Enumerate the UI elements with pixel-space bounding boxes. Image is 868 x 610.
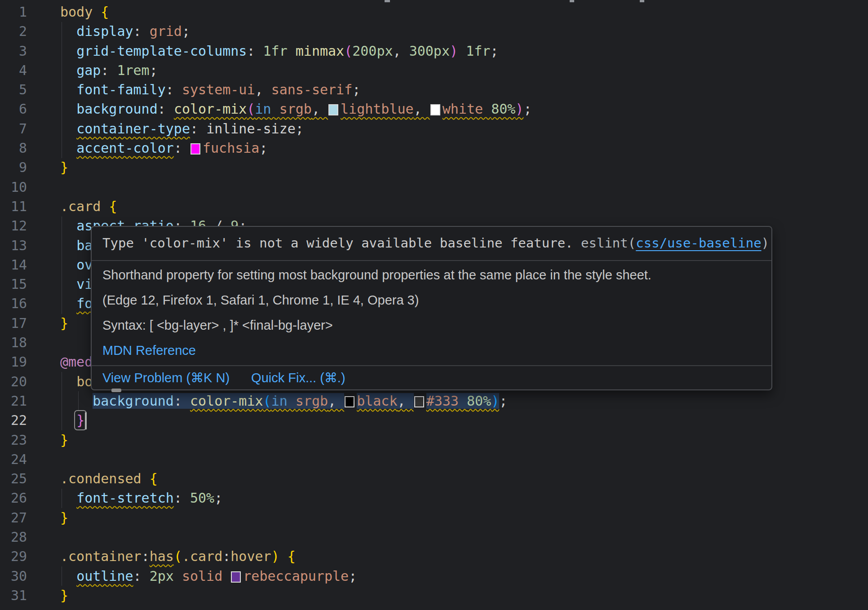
- line-number: 21: [0, 391, 27, 411]
- code-token: ;: [499, 393, 507, 409]
- code-token: 1fr: [263, 43, 296, 59]
- code-token: ): [271, 548, 279, 564]
- code-token: bo: [76, 374, 93, 389]
- code-line[interactable]: 29.container:has(.card:hover) {: [0, 547, 868, 566]
- code-token: ,: [328, 393, 344, 409]
- code-token: (: [247, 101, 255, 117]
- code-line[interactable]: 3 grid-template-columns: 1fr minmax(200p…: [0, 41, 868, 61]
- code-token: .condensed: [60, 471, 150, 486]
- code-line[interactable]: 7 container-type: inline-size;: [0, 119, 868, 138]
- color-swatch[interactable]: [414, 396, 424, 407]
- line-number: 18: [0, 333, 27, 352]
- code-token: 80%: [467, 393, 491, 409]
- code-line[interactable]: 9}: [0, 158, 868, 177]
- code-token: :: [166, 82, 182, 97]
- code-line[interactable]: 1body {: [0, 2, 868, 22]
- line-number: 31: [0, 586, 27, 605]
- line-number: 28: [0, 527, 27, 547]
- line-number: 29: [0, 547, 27, 566]
- code-token: grid: [150, 23, 182, 39]
- color-swatch[interactable]: [430, 104, 440, 115]
- code-line[interactable]: 26 font-stretch: 50%;: [0, 488, 868, 508]
- code-line[interactable]: 11.card {: [0, 197, 868, 216]
- line-number: 1: [0, 2, 27, 22]
- color-swatch[interactable]: [231, 571, 241, 583]
- code-token: .container: [60, 548, 142, 564]
- code-token: ;: [259, 140, 267, 156]
- line-number: 2: [0, 22, 27, 41]
- code-content: gap: 1rem;: [60, 61, 158, 80]
- code-token: minmax: [296, 43, 344, 59]
- code-content: }: [60, 314, 68, 333]
- code-token: container-type: [76, 121, 190, 137]
- code-token: :: [174, 490, 190, 506]
- color-swatch[interactable]: [328, 104, 338, 115]
- code-line[interactable]: 31}: [0, 586, 868, 605]
- code-token: }: [60, 588, 68, 603]
- code-editor[interactable]: 1body {2 display: grid;3 grid-template-c…: [0, 0, 868, 610]
- code-token: {: [288, 548, 296, 564]
- code-line[interactable]: 22 }: [0, 411, 868, 430]
- code-line[interactable]: 8 accent-color: fuchsia;: [0, 138, 868, 158]
- code-token: ,: [393, 43, 409, 59]
- code-content: .condensed {: [60, 469, 158, 488]
- code-content: background: color-mix(in srgb, black, #3…: [60, 391, 507, 411]
- color-swatch[interactable]: [190, 143, 200, 155]
- code-line[interactable]: 4 gap: 1rem;: [0, 61, 868, 80]
- code-content: grid-template-columns: 1fr minmax(200px,…: [60, 41, 498, 61]
- code-line[interactable]: 23}: [0, 430, 868, 450]
- line-number: 7: [0, 119, 27, 138]
- code-token: [60, 82, 76, 97]
- code-token: outline: [76, 568, 133, 584]
- quick-fix-button[interactable]: Quick Fix... (⌘.): [251, 371, 345, 385]
- color-swatch[interactable]: [345, 396, 354, 407]
- code-token: ,: [312, 101, 328, 117]
- code-token: [60, 296, 76, 311]
- code-content: .container:has(.card:hover) {: [60, 547, 296, 566]
- code-line[interactable]: 24: [0, 450, 868, 469]
- code-line[interactable]: 6 background: color-mix(in srgb, lightbl…: [0, 99, 868, 119]
- code-line[interactable]: 28: [0, 527, 868, 547]
- code-token: {: [109, 199, 117, 214]
- code-line[interactable]: 25.condensed {: [0, 469, 868, 488]
- code-line[interactable]: 27}: [0, 508, 868, 527]
- code-token: 1rem: [117, 62, 149, 78]
- code-token: accent-color: [76, 140, 174, 156]
- line-number: 11: [0, 197, 27, 216]
- code-token: [60, 23, 76, 39]
- line-number: 10: [0, 177, 27, 197]
- line-number: 4: [0, 61, 27, 80]
- code-token: system-ui: [182, 82, 255, 97]
- code-token: :: [158, 101, 174, 117]
- code-token: 50%: [190, 490, 214, 506]
- code-token: solid: [182, 568, 230, 584]
- eslint-suffix: ): [762, 235, 769, 251]
- code-token: [458, 43, 466, 59]
- hover-scrollbar-thumb[interactable]: [111, 389, 121, 392]
- code-line[interactable]: 2 display: grid;: [0, 22, 868, 41]
- code-line[interactable]: 5 font-family: system-ui, sans-serif;: [0, 80, 868, 99]
- view-problem-button[interactable]: View Problem (⌘K N): [102, 371, 230, 385]
- code-content: ov: [60, 255, 93, 274]
- code-token: .card: [60, 199, 109, 214]
- code-token: in: [271, 393, 296, 409]
- line-number: 20: [0, 372, 27, 391]
- code-line[interactable]: 10: [0, 177, 868, 197]
- code-content: font-stretch: 50%;: [60, 488, 222, 508]
- code-token: ;: [523, 101, 531, 117]
- code-line[interactable]: 30 outline: 2px solid rebeccapurple;: [0, 566, 868, 586]
- code-token: [60, 43, 76, 59]
- code-token: }: [60, 432, 68, 448]
- code-token: inline-size: [206, 121, 296, 137]
- code-token: [60, 218, 76, 234]
- code-token: 300px: [409, 43, 450, 59]
- code-token: 1fr: [466, 43, 490, 59]
- line-number: 9: [0, 158, 27, 177]
- code-line[interactable]: 21 background: color-mix(in srgb, black,…: [0, 391, 868, 411]
- code-content: }: [60, 586, 68, 605]
- eslint-rule-link[interactable]: css/use-baseline: [636, 235, 761, 251]
- mdn-reference-link[interactable]: MDN Reference: [102, 343, 196, 358]
- code-content: container-type: inline-size;: [60, 119, 304, 138]
- code-token: ;: [150, 62, 158, 78]
- code-token: :: [247, 43, 263, 59]
